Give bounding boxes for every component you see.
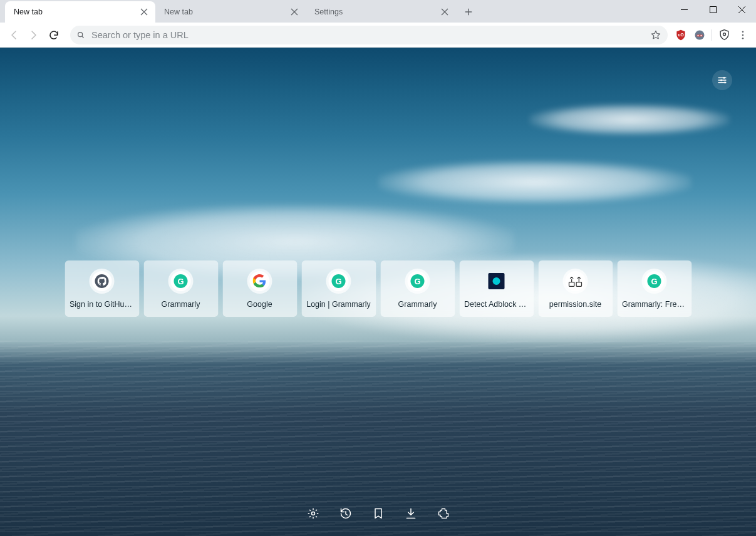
svg-point-11 [723,77,725,79]
shortcut-tile-detect-adblock[interactable]: Detect Adblock - ... [459,260,534,317]
github-icon [92,271,112,291]
shortcut-label: Login | Grammarly [306,300,371,309]
grammarly-icon: G [645,271,665,291]
address-bar[interactable] [70,26,668,44]
grammarly-icon: G [329,271,349,291]
close-icon[interactable] [289,7,299,17]
reload-button[interactable] [44,25,64,45]
maximize-button[interactable] [698,0,727,19]
window-controls [670,0,756,19]
svg-point-12 [720,80,722,81]
customize-page-button[interactable] [712,70,732,90]
address-input[interactable] [91,30,650,40]
extension-area: uO [671,26,752,44]
shortcut-label: Grammarly: Free ... [622,300,686,309]
shortcut-label: Grammarly [398,300,437,309]
svg-point-10 [742,37,744,39]
tab-title: Settings [314,8,440,16]
close-window-button[interactable] [727,0,756,19]
browser-menu-button[interactable] [733,26,752,44]
history-button[interactable] [337,505,355,522]
bookmarks-button[interactable] [370,505,387,522]
ublock-extension-icon[interactable]: uO [671,26,690,44]
shortcut-tile-permission-site[interactable]: permission.site [538,260,613,317]
svg-rect-15 [576,282,581,287]
downloads-button[interactable] [402,505,420,522]
tab-1[interactable]: New tab [155,1,306,23]
toolbar: uO [0,23,756,48]
new-tab-button[interactable] [460,3,477,21]
tab-title: New tab [164,8,289,16]
shortcut-label: Sign in to GitHub... [70,300,134,309]
svg-rect-14 [569,282,574,287]
new-tab-page: Sign in to GitHub... G Grammarly Google … [0,48,756,536]
google-icon [250,271,270,291]
titlebar: New tab New tab Settings [0,0,756,23]
shortcut-tile-grammarly-free[interactable]: G Grammarly: Free ... [617,260,691,317]
shortcut-label: Google [247,300,272,309]
svg-point-16 [311,512,314,515]
svg-point-9 [742,34,744,36]
bottom-toolbar [304,505,452,522]
svg-point-8 [742,31,744,33]
minimize-button[interactable] [670,0,698,19]
forward-button[interactable] [24,25,44,45]
shortcut-tile-grammarly-1[interactable]: G Grammarly [143,260,218,317]
close-icon[interactable] [139,7,149,17]
shortcut-tile-github[interactable]: Sign in to GitHub... [65,260,139,317]
svg-point-1 [78,32,83,36]
separator [712,29,712,41]
grammarly-icon: G [171,271,191,291]
svg-point-6 [700,34,702,36]
svg-point-5 [697,34,698,36]
shortcut-tile-grammarly-login[interactable]: G Login | Grammarly [301,260,376,317]
shortcut-grid: Sign in to GitHub... G Grammarly Google … [65,260,691,317]
svg-point-13 [724,81,726,83]
shortcut-label: Detect Adblock - ... [464,300,529,309]
extensions-button[interactable] [435,505,452,522]
shortcut-tile-google[interactable]: Google [222,260,297,317]
grammarly-icon: G [408,271,428,291]
tab-0[interactable]: New tab [5,1,155,23]
search-icon [76,31,85,39]
shortcut-label: permission.site [549,300,601,309]
tab-strip: New tab New tab Settings [0,0,477,23]
back-button[interactable] [4,25,24,45]
bookmark-star-icon[interactable] [650,29,661,41]
svg-point-7 [723,33,725,36]
svg-rect-0 [710,6,716,13]
close-icon[interactable] [440,7,450,17]
avatar-extension-icon[interactable] [690,26,709,44]
svg-text:uO: uO [678,33,683,37]
settings-button[interactable] [304,505,322,522]
tab-title: New tab [14,8,139,16]
shortcut-tile-grammarly-2[interactable]: G Grammarly [380,260,455,317]
shield-icon[interactable] [715,26,733,44]
permission-site-icon [566,271,586,291]
tab-2[interactable]: Settings [306,1,456,23]
detect-adblock-icon [487,271,507,291]
shortcut-label: Grammarly [162,300,200,309]
